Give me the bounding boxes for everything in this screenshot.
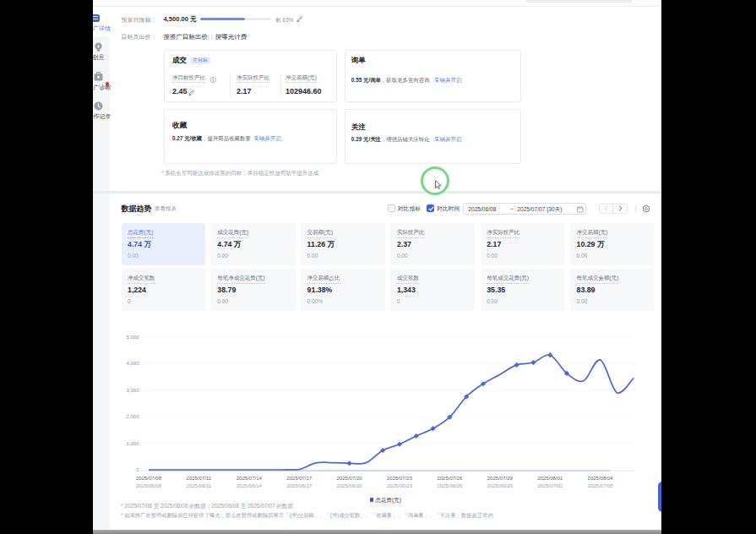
metric-card[interactable]: 每笔净成交花费(元)38.790.00 [211,269,296,311]
view-report-link[interactable]: 查看报表 [155,205,177,213]
date-start: 2025/06/08 [468,206,496,212]
goal-card-favorite: 收藏 0.27 元/收藏，提升商品收藏数量 采纳并开启 [164,109,337,164]
budget-value: 4,500.00 元 [163,15,196,24]
y-axis-tick: 3,000 [126,388,139,393]
metric-card[interactable]: 净成交笔数1,2240 [122,269,206,311]
desc-price: 0.29 元/关注 [351,136,381,142]
x-axis-tick-compare: 2025/06/14 [237,483,263,488]
field-label: 净交易额(元) [286,74,317,83]
metric-label: 每笔净成交花费(元) [217,275,264,284]
metric-sub-value: 0.00 [128,253,139,259]
right-letterbox [661,0,756,534]
y-axis-tick: 2,000 [126,414,139,419]
goal-card-favorite-title: 收藏 [172,121,187,131]
chart-footnote-2: * 如果推广在暂停或删除前已经获得了曝光，那么在暂停或删除后展示「(净)交易额」… [121,512,493,520]
header-divider [635,204,636,212]
date-range-picker[interactable]: 2025/06/08 ~ 2025/07/07 (30天) [463,203,586,215]
metric-card[interactable]: 净交易额占比91.38%0.00% [301,269,385,311]
x-axis-tick-compare: 2025/07/02 [537,483,563,488]
bid-by-goal-option[interactable]: 按推广目标出价 [163,33,208,41]
desc-text: ，获取更多意向咨询 [381,77,430,83]
metric-card[interactable]: 每笔成交金额(元)83.890.00 [570,269,655,311]
metric-label: 净成交笔数 [128,275,155,284]
y-axis-tick: 4,000 [126,361,139,366]
budget-progressbar [200,18,271,20]
favorite-desc: 0.27 元/收藏，提升商品收藏数量 [172,135,251,143]
check-icon [428,206,434,211]
field-divider [230,75,231,97]
inquiry-desc: 0.55 元/询单，获取更多意向咨询 [351,77,430,84]
legend-swatch [370,498,373,502]
notification-red-dot [106,82,109,85]
x-axis-tick-compare: 2025/06/17 [286,483,313,488]
idea-bulb-icon[interactable] [94,42,103,52]
inquiry-adopt-link[interactable]: 采纳并开启 [434,77,462,84]
deal-net-gmv-value: 102946.60 [286,87,322,95]
pager-prev-button[interactable] [600,204,613,213]
x-axis-tick-compare: 2025/06/26 [437,483,463,488]
bid-by-impression-option[interactable]: 按曝光计费 [215,33,247,41]
gear-icon[interactable] [642,204,650,213]
metric-card[interactable]: 成交花费(元)4.74 万0.00 [211,223,296,265]
metric-sub-value: 0.00 [577,298,588,304]
metric-card[interactable]: 净交易额(元)10.29 万0.00 [570,223,655,265]
metric-grid: 总花费(元)4.74 万0.00成交花费(元)4.74 万0.00交易额(元)1… [122,223,655,309]
sidebar-item-creative[interactable]: 创意 [93,54,105,61]
metric-card[interactable]: 交易额(元)11.26 万0.00 [301,223,385,265]
deal-actual-roi-value: 2.17 [237,87,252,95]
compare-metric-label[interactable]: 对比指标 [398,204,421,213]
metric-label: 成交花费(元) [217,229,248,238]
metric-label: 交易额(元) [307,229,333,238]
budget-edit-pencil-icon[interactable] [296,16,302,22]
metric-card[interactable]: 每笔成交花费(元)35.350.00 [481,269,565,311]
metric-sub-value: 0.00% [307,298,323,304]
info-icon[interactable] [210,77,216,83]
metric-value: 11.26 万 [307,240,335,250]
metric-sub-value: 0.00 [217,298,228,304]
metric-label: 成交笔数 [397,275,419,284]
metric-value: 38.79 [217,286,236,294]
chart-pager [599,204,628,214]
metric-card[interactable]: 实际投产比2.370.00 [390,223,475,265]
goal-card-inquiry-title: 询单 [351,56,366,66]
metric-label: 总花费(元) [128,229,153,238]
x-axis-tick-compare: 2025/06/23 [387,483,413,488]
metric-value: 2.37 [397,240,411,248]
deal-field-target-roi: 净目标投产比 [172,74,216,83]
history-clock-icon[interactable] [94,101,103,111]
metric-sub-value: 0.00 [307,253,318,259]
section-divider [93,191,661,193]
icon-line [92,19,98,19]
y-axis-tick: 1,000 [126,441,139,446]
budget-label: 预算日限额： [122,16,157,25]
compare-metric-checkbox[interactable] [388,204,395,212]
icon-line [92,16,98,17]
x-axis-tick-current: 2025/07/29 [487,476,514,481]
trend-title: 数据趋势 [122,204,152,215]
metric-value: 83.89 [577,286,596,294]
follow-adopt-link[interactable]: 采纳并开启 [434,136,462,144]
left-letterbox [0,0,93,534]
date-end: 2025/07/07 (30天) [517,206,562,214]
goal-card-follow: 关注 0.29 元/关注，增强店铺关注转化 采纳并开启 [345,109,521,164]
compare-time-checkbox[interactable] [427,204,434,212]
goal-card-deal-title: 成交 [172,56,187,66]
metric-card[interactable]: 净实际投产比2.170.00 [481,223,565,265]
diagnose-case-icon[interactable] [94,72,103,81]
favorite-adopt-link[interactable]: 采纳并开启 [253,135,281,143]
metric-card[interactable]: 成交笔数1,3430 [390,269,475,311]
desc-text: ，增强店铺关注转化 [381,136,430,142]
x-axis-tick-current: 2025/07/20 [337,476,363,481]
goal-card-deal: 成交 主目标 净目标投产比 2.45 净实际投产比 2.17 净交易额(元) 1… [164,50,337,102]
roi-edit-pencil-icon[interactable] [188,90,194,95]
x-axis-tick-compare: 2025/06/08 [136,483,162,488]
x-axis-tick-current: 2025/08/01 [537,476,563,481]
legend-label[interactable]: 总花费(元) [376,497,401,504]
pager-next-button[interactable] [613,204,627,213]
metric-card[interactable]: 总花费(元)4.74 万0.00 [122,223,206,265]
chart-footnote-1: * 2025/07/08 至 2025/08/06 的数据；2025/06/08… [121,503,293,510]
x-axis-tick-compare: 2025/06/11 [187,483,212,488]
x-axis-tick-compare: 2025/06/20 [337,483,363,488]
compare-time-label[interactable]: 对比时间 [437,204,460,213]
metric-sub-value: 0.00 [487,253,498,259]
